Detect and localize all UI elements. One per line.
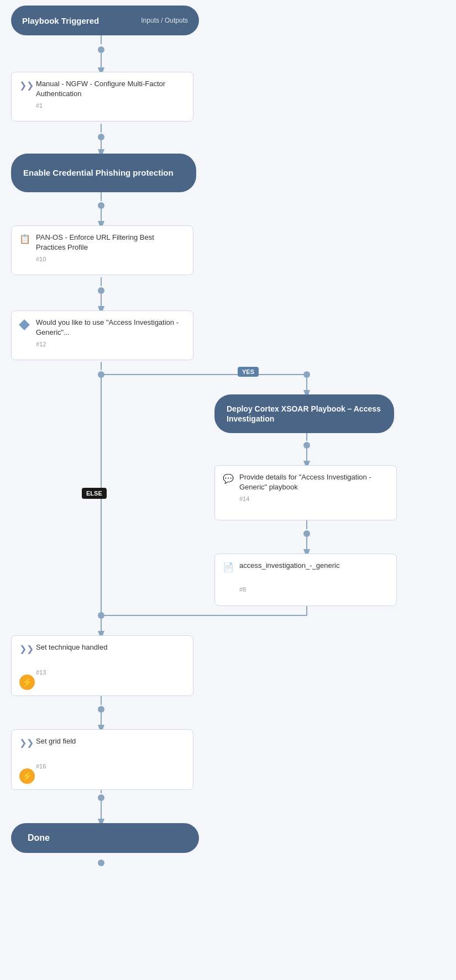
- svg-point-32: [98, 794, 104, 801]
- inputs-outputs-label[interactable]: Inputs / Outputs: [141, 17, 188, 24]
- svg-point-34: [98, 860, 104, 866]
- svg-point-21: [303, 530, 310, 537]
- done-label: Done: [28, 833, 50, 843]
- node1-icon: ❯❯: [19, 80, 34, 91]
- node-8[interactable]: 📄 access_investigation_-_generic #8: [214, 554, 397, 606]
- svg-point-4: [98, 134, 104, 140]
- node16-title: Set grid field: [36, 736, 185, 746]
- else-badge: ELSE: [82, 488, 107, 499]
- node1-title: Manual - NGFW - Configure Multi-Factor A…: [36, 79, 185, 99]
- node12-diamond: [19, 319, 30, 330]
- node10-id: #10: [36, 256, 185, 262]
- node-deploy[interactable]: Deploy Cortex XSOAR Playbook – Access In…: [214, 394, 394, 433]
- node10-icon: 📋: [19, 234, 30, 244]
- node13-title: Set technique handled: [36, 642, 185, 652]
- node13-id: #13: [36, 669, 185, 676]
- node1-id: #1: [36, 102, 185, 109]
- svg-point-7: [98, 202, 104, 209]
- node12-title: Would you like to use "Access Investigat…: [36, 318, 185, 338]
- yes-badge: YES: [238, 367, 259, 377]
- svg-point-10: [98, 287, 104, 294]
- svg-point-29: [98, 706, 104, 713]
- trigger-label: Playbook Triggered: [22, 16, 99, 25]
- node13-icon: ❯❯: [19, 644, 34, 654]
- node12-id: #12: [36, 341, 185, 347]
- phishing-label: Enable Credential Phishing protection: [23, 167, 174, 178]
- node16-icon: ❯❯: [19, 737, 34, 748]
- node-10[interactable]: 📋 PAN-OS - Enforce URL Filtering Best Pr…: [11, 225, 193, 275]
- node16-id: #16: [36, 763, 185, 770]
- node8-icon: 📄: [223, 562, 234, 572]
- done-node[interactable]: Done: [11, 823, 199, 853]
- node14-icon: 💬: [223, 473, 234, 484]
- node8-title: access_investigation_-_generic: [239, 561, 389, 571]
- node-1[interactable]: ❯❯ Manual - NGFW - Configure Multi-Facto…: [11, 72, 193, 122]
- node-12[interactable]: Would you like to use "Access Investigat…: [11, 310, 193, 360]
- node-14[interactable]: 💬 Provide details for "Access Investigat…: [214, 465, 397, 520]
- node-16[interactable]: ❯❯ Set grid field ⚡ #16: [11, 729, 193, 790]
- trigger-node[interactable]: Playbook Triggered Inputs / Outputs: [11, 6, 199, 35]
- node10-title: PAN-OS - Enforce URL Filtering Best Prac…: [36, 233, 185, 252]
- svg-point-13: [98, 371, 104, 378]
- node14-id: #14: [239, 496, 389, 502]
- node-enable-phishing[interactable]: Enable Credential Phishing protection: [11, 154, 196, 192]
- node14-title: Provide details for "Access Investigatio…: [239, 472, 389, 492]
- deploy-label: Deploy Cortex XSOAR Playbook – Access In…: [227, 404, 382, 424]
- svg-point-15: [303, 371, 310, 378]
- svg-point-18: [303, 442, 310, 449]
- node8-id: #8: [239, 586, 389, 593]
- node16-lightning: ⚡: [19, 768, 35, 784]
- node13-lightning: ⚡: [19, 675, 35, 690]
- node-13[interactable]: ❯❯ Set technique handled ⚡ #13: [11, 635, 193, 696]
- svg-point-1: [98, 46, 104, 53]
- svg-point-26: [98, 612, 104, 619]
